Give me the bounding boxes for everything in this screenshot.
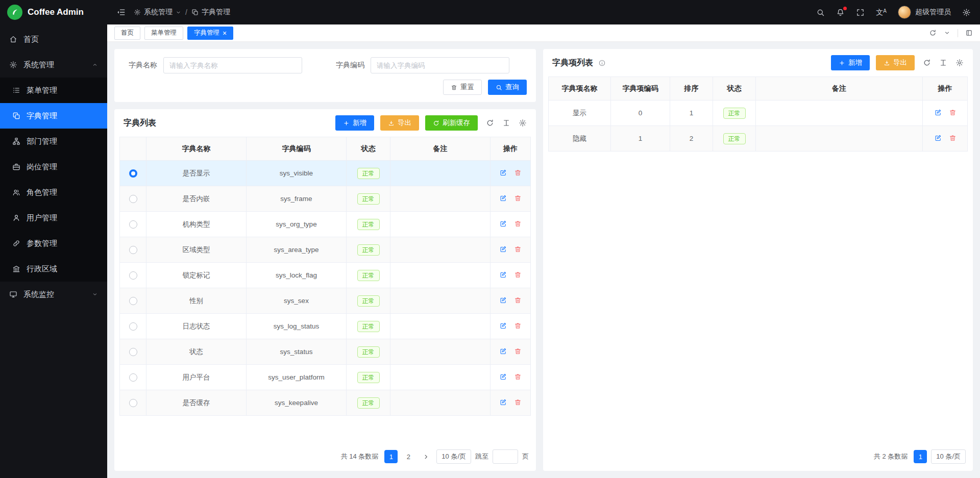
- delete-icon[interactable]: [514, 373, 522, 381]
- tab-close-icon[interactable]: ×: [223, 30, 227, 37]
- page-button-2[interactable]: 2: [402, 450, 415, 463]
- row-radio[interactable]: [129, 246, 137, 254]
- layout-expand-icon[interactable]: [965, 29, 973, 37]
- table-row[interactable]: 用户平台 sys_user_platform 正常: [120, 365, 531, 390]
- table-row[interactable]: 隐藏 1 2 正常: [549, 126, 968, 152]
- delete-icon[interactable]: [514, 194, 522, 202]
- edit-icon[interactable]: [499, 194, 507, 202]
- delete-icon[interactable]: [514, 220, 522, 228]
- add-dict-item-button[interactable]: 新增: [831, 55, 870, 70]
- edit-icon[interactable]: [934, 109, 942, 116]
- export-dict-items-button[interactable]: 导出: [876, 55, 915, 70]
- refresh-table-icon[interactable]: [923, 59, 931, 67]
- delete-icon[interactable]: [514, 398, 522, 406]
- delete-icon[interactable]: [514, 169, 522, 177]
- row-radio[interactable]: [129, 195, 137, 203]
- edit-icon[interactable]: [499, 373, 507, 381]
- page-button-1[interactable]: 1: [384, 450, 398, 463]
- row-radio[interactable]: [129, 348, 137, 356]
- table-row[interactable]: 状态 sys_status 正常: [120, 339, 531, 365]
- table-row[interactable]: 锁定标记 sys_lock_flag 正常: [120, 263, 531, 288]
- table-row[interactable]: 是否缓存 sys_keepalive 正常: [120, 390, 531, 416]
- refresh-tab-icon[interactable]: [929, 29, 937, 37]
- refresh-cache-button[interactable]: 刷新缓存: [425, 115, 478, 131]
- page-size-select[interactable]: 10 条/页: [931, 449, 966, 464]
- parameter-icon: [12, 239, 20, 247]
- table-row[interactable]: 日志状态 sys_log_status 正常: [120, 314, 531, 339]
- sidebar-item-post-management[interactable]: 岗位管理: [0, 154, 107, 180]
- refresh-table-icon[interactable]: [486, 119, 494, 127]
- sidebar-item-dictionary-management[interactable]: 字典管理: [0, 103, 107, 129]
- delete-icon[interactable]: [949, 134, 957, 142]
- column-settings-gear-icon[interactable]: [955, 59, 964, 67]
- sidebar-item-region-management[interactable]: 行政区域: [0, 256, 107, 282]
- page-size-select[interactable]: 10 条/页: [436, 449, 471, 464]
- collapse-sidebar-icon[interactable]: [116, 8, 126, 17]
- row-radio[interactable]: [129, 297, 137, 305]
- settings-gear-icon[interactable]: [962, 8, 971, 17]
- add-dict-button[interactable]: 新增: [335, 115, 374, 131]
- delete-icon[interactable]: [949, 109, 957, 116]
- fullscreen-icon[interactable]: [856, 8, 865, 17]
- delete-icon[interactable]: [514, 322, 522, 330]
- tab-home[interactable]: 首页: [114, 27, 140, 40]
- dict-name-input[interactable]: [163, 57, 302, 73]
- item-sort-cell: 1: [670, 100, 713, 126]
- delete-icon[interactable]: [514, 296, 522, 304]
- edit-icon[interactable]: [499, 398, 507, 406]
- delete-icon[interactable]: [514, 347, 522, 355]
- search-icon[interactable]: [816, 8, 825, 17]
- translate-icon[interactable]: 文A: [876, 9, 887, 16]
- topbar-actions: 文A 超级管理员: [816, 6, 971, 19]
- table-row[interactable]: 是否显示 sys_visible 正常: [120, 161, 531, 186]
- sidebar-item-department-management[interactable]: 部门管理: [0, 129, 107, 154]
- edit-icon[interactable]: [499, 220, 507, 228]
- sidebar-item-home[interactable]: 首页: [0, 27, 107, 52]
- edit-icon[interactable]: [499, 296, 507, 304]
- dict-code-input[interactable]: [371, 57, 509, 73]
- page-button-1[interactable]: 1: [914, 450, 927, 463]
- row-radio[interactable]: [129, 220, 137, 229]
- edit-icon[interactable]: [499, 245, 507, 253]
- table-row[interactable]: 显示 0 1 正常: [549, 100, 968, 126]
- row-radio[interactable]: [129, 169, 137, 178]
- export-dict-button[interactable]: 导出: [380, 115, 419, 131]
- sidebar-item-user-management[interactable]: 用户管理: [0, 205, 107, 231]
- tab-dictionary-management[interactable]: 字典管理 ×: [187, 27, 233, 40]
- breadcrumb-separator: /: [185, 8, 187, 16]
- table-size-icon[interactable]: [502, 119, 510, 127]
- edit-icon[interactable]: [499, 169, 507, 177]
- edit-icon[interactable]: [499, 271, 507, 279]
- table-row[interactable]: 是否内嵌 sys_frame 正常: [120, 186, 531, 212]
- row-radio[interactable]: [129, 271, 137, 280]
- reset-button[interactable]: 重置: [443, 80, 482, 95]
- jump-page-input[interactable]: [493, 449, 518, 464]
- sidebar-item-system-monitor[interactable]: 系统监控: [0, 282, 107, 307]
- row-radio[interactable]: [129, 322, 137, 331]
- edit-icon[interactable]: [499, 347, 507, 355]
- delete-icon[interactable]: [514, 271, 522, 279]
- user-menu[interactable]: 超级管理员: [898, 6, 951, 19]
- table-row[interactable]: 性别 sys_sex 正常: [120, 288, 531, 314]
- edit-icon[interactable]: [934, 134, 942, 142]
- column-settings-gear-icon[interactable]: [519, 119, 527, 127]
- table-row[interactable]: 区域类型 sys_area_type 正常: [120, 237, 531, 263]
- tab-menu-management[interactable]: 菜单管理: [144, 27, 183, 40]
- search-button[interactable]: 查询: [488, 80, 527, 95]
- status-cell: 正常: [347, 314, 390, 339]
- breadcrumb-system-management[interactable]: 系统管理: [134, 8, 181, 17]
- notification-bell-icon[interactable]: [836, 8, 845, 17]
- sidebar-item-parameter-management[interactable]: 参数管理: [0, 231, 107, 256]
- row-radio[interactable]: [129, 373, 137, 382]
- table-row[interactable]: 机构类型 sys_org_type 正常: [120, 212, 531, 237]
- next-page-button[interactable]: [419, 450, 432, 463]
- sidebar-item-menu-management[interactable]: 菜单管理: [0, 78, 107, 103]
- table-header-row: 字典名称 字典编码 状态 备注 操作: [120, 137, 531, 161]
- sidebar-item-role-management[interactable]: 角色管理: [0, 180, 107, 205]
- edit-icon[interactable]: [499, 322, 507, 330]
- chevron-down-icon[interactable]: [944, 30, 950, 36]
- sidebar-item-system-management[interactable]: 系统管理: [0, 52, 107, 78]
- row-radio[interactable]: [129, 399, 137, 407]
- delete-icon[interactable]: [514, 245, 522, 253]
- table-size-icon[interactable]: [939, 59, 947, 67]
